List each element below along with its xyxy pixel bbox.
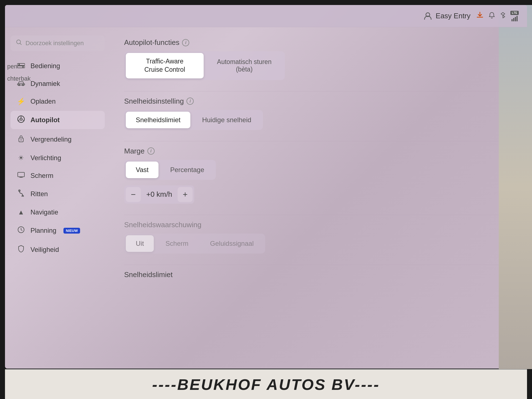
stepper-minus-btn[interactable]: − <box>126 187 141 202</box>
snelheidsinstelling-toggle-group: Snelheidslimiet Huidige snelheid <box>124 110 263 130</box>
sidebar-item-verlichting[interactable]: ☀ Verlichting <box>11 150 105 166</box>
lte-badge: LTE <box>510 11 519 15</box>
search-icon <box>16 39 22 47</box>
signal-bar-3 <box>515 17 516 21</box>
right-panel-decor <box>499 5 532 369</box>
section-title-snelheidswaarschuwing: Snelheidswaarschuwing <box>124 221 513 229</box>
divider-2 <box>124 141 513 141</box>
marge-stepper: − +0 km/h + <box>124 185 194 204</box>
section-title-autopilot: Autopilot-functies i <box>124 38 513 47</box>
btn-automatisch-sturen[interactable]: Automatisch sturen (bèta) <box>205 53 283 78</box>
shield-icon <box>17 245 25 254</box>
section-title-snelheidsinstelling: Snelheidsinstelling i <box>124 97 513 106</box>
sidebar-item-label-autopilot: Autopilot <box>30 116 60 124</box>
section-title-text-snelheidswaarschuwing: Snelheidswaarschuwing <box>124 221 201 229</box>
signal-bar-4 <box>516 16 518 21</box>
route-icon <box>17 190 25 198</box>
left-partial-line1: pen <box>7 60 30 73</box>
btn-huidige-snelheid[interactable]: Huidige snelheid <box>192 112 261 128</box>
snelheidswaarschuwing-toggle-group: Uit Scherm Geluidssignaal <box>124 234 265 254</box>
btn-scherm[interactable]: Scherm <box>155 235 198 252</box>
main-content: Autopilot-functies i Traffic-AwareCruise… <box>110 27 527 369</box>
section-title-snelheidslimiet: Snelheidslimiet <box>124 270 513 279</box>
section-snelheidsinstelling: Snelheidsinstelling i Snelheidslimiet Hu… <box>124 97 513 130</box>
planning-badge: NIEUW <box>63 228 80 234</box>
section-title-text-marge: Marge <box>124 147 145 155</box>
info-icon-marge[interactable]: i <box>147 147 155 155</box>
sidebar-item-label-ritten: Ritten <box>30 190 48 198</box>
nav-icon: ▲ <box>17 208 25 216</box>
sidebar-item-label-dynamiek: Dynamiek <box>30 80 60 88</box>
lte-signal-group: LTE <box>510 11 519 21</box>
section-snelheidslimiet: Snelheidslimiet <box>124 270 513 279</box>
stepper-value: +0 km/h <box>141 190 178 199</box>
sidebar-item-label-scherm: Scherm <box>30 172 53 180</box>
sidebar-item-scherm[interactable]: Scherm <box>11 167 105 184</box>
stepper-plus-btn[interactable]: + <box>178 187 193 202</box>
btn-geluidssignaal[interactable]: Geluidssignaal <box>200 235 264 252</box>
main-screen: Easy Entry <box>5 5 527 369</box>
divider-4 <box>124 265 513 265</box>
section-title-text-snelheidsinstelling: Snelheidsinstelling <box>124 97 184 106</box>
sidebar-item-planning[interactable]: Planning NIEUW <box>11 222 105 239</box>
sidebar-item-label-veiligheid: Veiligheid <box>30 246 59 254</box>
section-title-text-snelheidslimiet: Snelheidslimiet <box>124 270 173 279</box>
svg-point-10 <box>20 118 22 120</box>
section-autopilot-functies: Autopilot-functies i Traffic-AwareCruise… <box>124 38 513 80</box>
bell-icon <box>488 12 495 21</box>
sidebar-item-label-vergrendeling: Vergrendeling <box>30 135 71 143</box>
steering-icon <box>17 115 25 125</box>
info-icon-autopilot[interactable]: i <box>182 39 189 46</box>
status-bar: Easy Entry <box>5 5 527 27</box>
sidebar-item-veiligheid[interactable]: Veiligheid <box>11 241 105 259</box>
section-title-text-autopilot: Autopilot-functies <box>124 38 179 47</box>
section-snelheidswaarschuwing: Snelheidswaarschuwing Uit Scherm Geluids… <box>124 221 513 254</box>
search-input[interactable]: Doorzoek instellingen <box>25 40 84 47</box>
btn-percentage[interactable]: Percentage <box>160 162 214 178</box>
section-title-marge: Marge i <box>124 147 513 155</box>
left-partial-line2: chterbak <box>7 73 30 85</box>
info-icon-snelheidsinstelling[interactable]: i <box>186 98 194 105</box>
left-partial-text: pen chterbak <box>7 60 30 85</box>
sidebar-item-label-navigatie: Navigatie <box>30 208 58 216</box>
btn-traffic-aware[interactable]: Traffic-AwareCruise Control <box>126 53 204 78</box>
bolt-icon: ⚡ <box>17 98 25 105</box>
search-bar[interactable]: Doorzoek instellingen <box>11 35 105 51</box>
signal-bar-2 <box>513 18 514 21</box>
svg-point-12 <box>21 139 22 140</box>
display-icon <box>17 172 25 180</box>
sidebar-item-navigatie[interactable]: ▲ Navigatie <box>11 204 105 221</box>
section-marge: Marge i Vast Percentage − +0 km/h + <box>124 147 513 204</box>
user-profile[interactable]: Easy Entry <box>423 11 470 21</box>
sun-icon: ☀ <box>17 154 25 162</box>
sidebar-item-label-verlichting: Verlichting <box>30 154 61 162</box>
signal-bar-1 <box>511 19 513 21</box>
sidebar-item-label-bediening: Bediening <box>30 62 60 70</box>
signal-bars <box>511 16 518 21</box>
user-name-label: Easy Entry <box>436 12 470 20</box>
user-icon <box>423 11 433 21</box>
sidebar-item-label-opladen: Opladen <box>30 98 56 105</box>
lock-icon <box>17 135 25 144</box>
status-icons: LTE <box>476 11 519 21</box>
sidebar-item-autopilot[interactable]: Autopilot <box>11 111 105 129</box>
btn-uit[interactable]: Uit <box>126 235 154 252</box>
watermark-bar: ----BEUKHOF AUTOS BV---- <box>5 369 527 399</box>
bluetooth-icon <box>500 12 506 21</box>
download-icon <box>476 11 484 21</box>
marge-stepper-group: − +0 km/h + <box>124 185 513 204</box>
autopilot-functies-toggle-group: Traffic-AwareCruise Control Automatisch … <box>124 51 285 80</box>
divider-3 <box>124 215 513 215</box>
sidebar-item-opladen[interactable]: ⚡ Opladen <box>11 93 105 110</box>
divider-1 <box>124 91 513 91</box>
marge-toggle-group: Vast Percentage <box>124 160 216 180</box>
clock-icon <box>17 226 25 235</box>
sidebar-item-vergrendeling[interactable]: Vergrendeling <box>11 130 105 149</box>
sidebar-item-label-planning: Planning <box>30 227 56 234</box>
btn-vast[interactable]: Vast <box>126 162 158 178</box>
btn-snelheidslimiet[interactable]: Snelheidslimiet <box>126 112 190 128</box>
status-bar-right: Easy Entry <box>423 11 519 21</box>
bezel: Easy Entry <box>0 0 532 399</box>
watermark-text: ----BEUKHOF AUTOS BV---- <box>152 375 380 393</box>
sidebar-item-ritten[interactable]: Ritten <box>11 185 105 203</box>
